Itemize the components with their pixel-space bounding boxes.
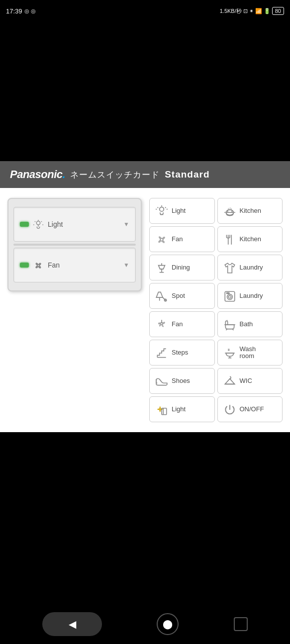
signal-strength-icon: 📶 xyxy=(255,8,262,14)
battery-level: 80 xyxy=(272,7,284,15)
home-icon[interactable]: ⬤ xyxy=(163,619,173,630)
data-speed: 1.5KB/秒 xyxy=(220,7,242,15)
panasonic-card: Panasonic. ネームスイッチカード Standard xyxy=(0,161,290,432)
switch-plate: Light ▼ xyxy=(7,198,142,291)
icons-grid: Light Kitchen xyxy=(149,198,283,422)
fan-switch-arrow: ▼ xyxy=(123,262,129,269)
status-left: 17:39 ◎ ◎ xyxy=(6,7,36,15)
svg-point-39 xyxy=(226,320,227,321)
panasonic-logo: Panasonic. xyxy=(10,168,65,181)
icon-dining: Dining xyxy=(149,255,215,280)
back-button[interactable]: ◀ xyxy=(42,612,102,636)
light-switch-arrow: ▼ xyxy=(123,221,129,228)
subtitle-en: Standard xyxy=(165,169,209,180)
switch-divider xyxy=(13,244,136,246)
home-button[interactable]: ⬤ xyxy=(157,613,179,635)
fan-grid-icon xyxy=(155,232,169,246)
washbasin-icon xyxy=(223,346,237,359)
dining-lamp-icon xyxy=(155,261,169,274)
wifi-icon: ⊡ xyxy=(243,8,248,14)
icon-kitchen-utensils: Kitchen xyxy=(217,226,283,252)
label-bath: Bath xyxy=(240,320,253,328)
svg-line-4 xyxy=(41,221,42,222)
svg-point-32 xyxy=(226,292,227,293)
svg-line-3 xyxy=(35,221,35,222)
card-header: Panasonic. ネームスイッチカード Standard xyxy=(0,161,290,188)
pot-icon xyxy=(223,204,237,217)
battery-icon: 🔋 xyxy=(264,8,271,14)
icon-washroom: Washroom xyxy=(217,340,283,366)
icon-wic: WIC xyxy=(217,368,283,394)
subtitle-jp: ネームスイッチカード xyxy=(70,169,160,181)
card-body: Light ▼ xyxy=(0,188,290,432)
fan-switch-icon xyxy=(33,259,44,271)
icon-ceiling-fan: Fan xyxy=(149,311,215,337)
black-top-space xyxy=(0,22,290,161)
back-icon[interactable]: ◀ xyxy=(69,618,76,630)
label-laundry-2: Laundry xyxy=(240,292,263,300)
shoe-icon xyxy=(155,374,169,387)
stairs-icon xyxy=(155,346,169,359)
power-icon xyxy=(223,402,237,416)
status-bar: 17:39 ◎ ◎ 1.5KB/秒 ⊡ ✴ 📶 🔋 80 xyxy=(0,0,290,22)
svg-line-38 xyxy=(232,329,233,330)
label-steps: Steps xyxy=(172,349,188,357)
label-shoes: Shoes xyxy=(172,377,190,385)
icon-shoes: Shoes xyxy=(149,368,215,394)
icon-fan: Fan xyxy=(149,226,215,252)
label-wic: WIC xyxy=(240,377,252,385)
icon-light: Light xyxy=(149,198,215,224)
svg-line-11 xyxy=(165,207,166,208)
light-switch-button[interactable]: Light ▼ xyxy=(13,207,136,242)
icon-steps: Steps xyxy=(149,340,215,366)
label-fan: Fan xyxy=(172,235,183,243)
label-light: Light xyxy=(172,207,186,215)
svg-line-10 xyxy=(158,207,159,208)
light-switch-label: Light xyxy=(48,220,63,228)
label-light-2: Light xyxy=(172,405,186,413)
fan-switch-led xyxy=(20,263,29,268)
icon-onoff: ON/OFF xyxy=(217,396,283,422)
spot-light-icon xyxy=(155,289,169,302)
ceiling-fan-icon xyxy=(155,317,169,331)
star-light-icon xyxy=(155,402,169,416)
time-display: 17:39 xyxy=(6,7,22,15)
fan-switch-label: Fan xyxy=(48,261,60,269)
label-fan-2: Fan xyxy=(172,320,183,328)
light-switch-icon xyxy=(33,218,44,230)
svg-point-30 xyxy=(227,294,232,299)
svg-point-31 xyxy=(228,295,231,298)
light-switch-led xyxy=(20,222,29,227)
bulb-icon xyxy=(155,204,169,217)
label-kitchen-1: Kitchen xyxy=(240,207,261,215)
svg-line-37 xyxy=(226,329,227,330)
label-dining: Dining xyxy=(172,264,190,272)
hanger-icon xyxy=(223,374,237,387)
signal-icons: ◎ ◎ xyxy=(24,8,36,14)
utensils-icon xyxy=(223,232,237,246)
status-right: 1.5KB/秒 ⊡ ✴ 📶 🔋 80 xyxy=(220,7,284,15)
icon-night-light: Light xyxy=(149,396,215,422)
icon-bath: Bath xyxy=(217,311,283,337)
label-laundry-1: Laundry xyxy=(240,264,263,272)
label-onoff: ON/OFF xyxy=(240,405,264,413)
icon-kitchen-pot: Kitchen xyxy=(217,198,283,224)
fan-switch-button[interactable]: Fan ▼ xyxy=(13,248,136,282)
label-spot: Spot xyxy=(172,292,185,300)
bluetooth-icon: ✴ xyxy=(249,8,254,14)
switch-panel: Light ▼ xyxy=(7,198,142,422)
navigation-bar: ◀ ⬤ xyxy=(0,604,290,644)
svg-point-8 xyxy=(160,207,164,211)
shirt-icon xyxy=(223,261,237,274)
label-washroom: Washroom xyxy=(240,346,256,360)
recents-button[interactable] xyxy=(234,617,248,631)
washing-machine-icon xyxy=(223,289,237,302)
icon-laundry-shirt: Laundry xyxy=(217,255,283,280)
svg-point-0 xyxy=(36,221,40,225)
icon-spot: Spot xyxy=(149,283,215,309)
svg-point-33 xyxy=(228,292,229,293)
black-bottom-space xyxy=(0,432,290,601)
icon-laundry-machine: Laundry xyxy=(217,283,283,309)
bath-tub-icon xyxy=(223,317,237,331)
label-kitchen-2: Kitchen xyxy=(240,235,261,243)
